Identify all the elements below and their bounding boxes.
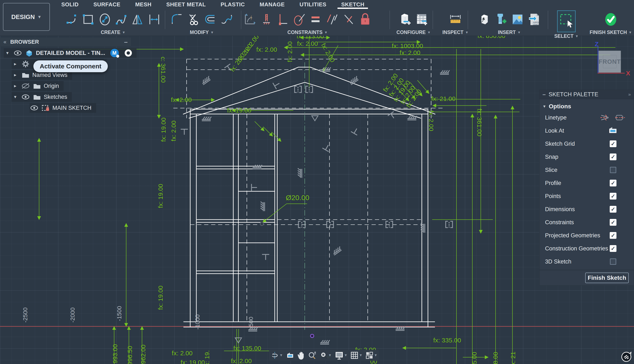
grid-settings-button[interactable]: ▼: [350, 351, 363, 359]
dimension-label[interactable]: fx: 335.00: [433, 337, 461, 344]
dimension-label[interactable]: fx: 19.: [203, 350, 211, 364]
checkbox-unchecked-icon[interactable]: [610, 167, 616, 173]
create-menu[interactable]: CREATE▼: [101, 30, 126, 35]
checkbox-checked-icon[interactable]: ✓: [610, 140, 616, 147]
viewcube-front-face[interactable]: FRONT: [598, 51, 621, 73]
gear-icon[interactable]: [21, 60, 30, 68]
folder-name[interactable]: Sketches: [44, 94, 67, 100]
insert-mcmaster-bolt-icon[interactable]: [495, 12, 508, 28]
ribbon-tab[interactable]: MANAGE: [252, 0, 292, 9]
chevron-right-icon[interactable]: ▸: [12, 61, 19, 67]
modify-menu[interactable]: MODIFY▼: [190, 30, 214, 35]
ribbon-tab[interactable]: MESH: [128, 0, 159, 9]
dimension-label[interactable]: c: 361.00: [160, 56, 167, 82]
select-menu[interactable]: SELECT▼: [554, 33, 579, 39]
dimension-label[interactable]: fx: 21.00: [431, 95, 455, 102]
dimension-label[interactable]: fx: 962.00: [140, 344, 147, 364]
dimension-label[interactable]: fx: 19.00: [180, 359, 205, 364]
insert-svg-icon[interactable]: SVG: [527, 12, 541, 28]
hole-point[interactable]: [260, 222, 263, 226]
dimension-label[interactable]: fx: 21: [509, 352, 517, 364]
dimension-label[interactable]: fx: 2.00: [172, 350, 192, 357]
select-tool-active[interactable]: [557, 10, 576, 32]
configure-menu[interactable]: CONFIGURE▼: [397, 30, 431, 35]
checkbox-checked-icon[interactable]: ✓: [610, 245, 616, 252]
collaborator-avatar[interactable]: M: [110, 49, 119, 57]
palette-option-row[interactable]: Dimensions ✓: [539, 203, 634, 216]
configure-component-icon[interactable]: [399, 12, 412, 28]
equal-constraint-icon[interactable]: [309, 12, 322, 28]
component-name[interactable]: DETAILED MODEL - TIN...: [36, 50, 105, 56]
perpendicular-constraint-icon[interactable]: [342, 12, 355, 28]
checkbox-checked-icon[interactable]: ✓: [610, 232, 616, 239]
measure-tool-icon[interactable]: [449, 12, 462, 28]
checkbox-checked-icon[interactable]: ✓: [610, 154, 616, 160]
palette-option-row[interactable]: Construction Geometries ✓: [539, 242, 634, 255]
options-section-header[interactable]: ▼ Options: [539, 99, 634, 111]
ribbon-tab[interactable]: SHEET METAL: [159, 0, 213, 9]
palette-option-row[interactable]: Linetype ✓: [539, 111, 634, 124]
dimension-label[interactable]: 95.00: [471, 352, 478, 364]
dimension-label[interactable]: fx: 19.00: [157, 184, 164, 208]
insert-derive-icon[interactable]: [478, 12, 491, 28]
chevron-right-icon[interactable]: ▸: [12, 83, 19, 89]
arc-tool-icon[interactable]: [65, 12, 78, 28]
mirror-tool-icon[interactable]: [131, 12, 144, 28]
palette-option-row[interactable]: Snap ✓: [539, 150, 634, 164]
dimension-label[interactable]: fx: 19.00: [227, 107, 251, 114]
browser-row-origin[interactable]: ▸ Origin: [12, 81, 64, 91]
fix-lock-icon[interactable]: [359, 12, 372, 28]
minimize-icon[interactable]: –: [542, 91, 546, 98]
offset-tool-icon[interactable]: [203, 12, 217, 28]
sketch-dimension-tool-icon[interactable]: [148, 12, 161, 28]
visibility-eye-icon[interactable]: [30, 104, 39, 112]
folder-name[interactable]: Origin: [44, 83, 59, 89]
palette-option-row[interactable]: Look At ✓: [539, 124, 634, 137]
pan-button[interactable]: [296, 351, 306, 360]
sketch-name[interactable]: MAIN SKETCH: [52, 105, 92, 111]
fit-button[interactable]: ▼: [319, 351, 333, 360]
dimension-label[interactable]: fx: 1993.00: [112, 344, 119, 364]
chevron-down-icon[interactable]: ▾: [12, 94, 19, 100]
browser-row-root-component[interactable]: ▾ DETAILED MODEL - TIN... M: [4, 48, 137, 58]
tangent-constraint-icon[interactable]: [293, 12, 306, 28]
dimension-label[interactable]: fx: 19.00: [157, 286, 164, 310]
ribbon-tab[interactable]: SOLID: [54, 0, 86, 9]
chevron-down-icon[interactable]: ▾: [4, 50, 11, 56]
browser-header[interactable]: « BROWSER –: [0, 38, 131, 46]
ribbon-tab[interactable]: SKETCH: [334, 0, 372, 9]
checkbox-checked-icon[interactable]: ✓: [610, 180, 616, 186]
finish-sketch-button[interactable]: FINISH SKETCH▼: [590, 30, 632, 35]
palette-option-row[interactable]: Points ✓: [539, 190, 634, 203]
visibility-off-eye-icon[interactable]: [21, 82, 30, 90]
folder-name[interactable]: Named Views: [32, 72, 67, 78]
checkbox-checked-icon[interactable]: ✓: [610, 219, 616, 226]
sketch-palette-header[interactable]: – SKETCH PALETTE »: [539, 90, 634, 99]
look-at-button[interactable]: [285, 352, 295, 359]
look-at-button[interactable]: [608, 126, 617, 135]
linetype-buttons[interactable]: [600, 114, 625, 122]
checkbox-unchecked-icon[interactable]: [610, 258, 616, 265]
dimension-label[interactable]: fx: 2.00: [170, 120, 177, 141]
viewcube[interactable]: Z X FRONT: [592, 40, 634, 80]
display-settings-button[interactable]: ▼: [334, 351, 349, 360]
insert-menu[interactable]: INSERT▼: [498, 30, 521, 35]
dimension-label[interactable]: fx: 996.50: [126, 346, 134, 364]
collapse-icon[interactable]: «: [4, 39, 6, 45]
dock-icon[interactable]: »: [628, 92, 631, 97]
orbit-button[interactable]: ▼: [270, 351, 284, 360]
dimension-label[interactable]: fx: 2.00: [428, 110, 435, 131]
rectangle-tool-icon[interactable]: [82, 12, 95, 28]
dimension-label[interactable]: fx: 361.00: [476, 108, 483, 136]
ribbon-tab[interactable]: PLASTIC: [213, 0, 252, 9]
dimension-label[interactable]: fx: 19.00: [160, 118, 167, 142]
dimension-label[interactable]: fx: 2.00: [231, 358, 252, 364]
constraints-menu[interactable]: CONSTRAINTS▼: [287, 30, 328, 35]
dimension-label[interactable]: fx: 2.00: [171, 96, 192, 104]
minimize-icon[interactable]: –: [124, 38, 128, 46]
insert-image-icon[interactable]: [511, 12, 524, 28]
configuration-table-icon[interactable]: [415, 12, 428, 28]
browser-row-sketches[interactable]: ▾ Sketches: [12, 92, 72, 102]
dimension-label[interactable]: fx: 2.00: [256, 46, 277, 53]
visibility-eye-icon[interactable]: [21, 93, 30, 101]
